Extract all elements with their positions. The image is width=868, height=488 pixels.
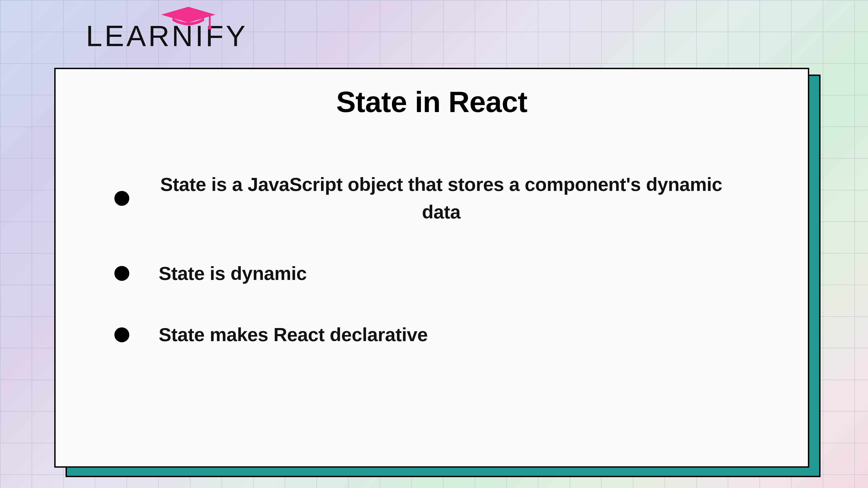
slide-card: State in React State is a JavaScript obj… <box>54 68 809 468</box>
bullet-text: State is a JavaScript object that stores… <box>159 171 724 226</box>
bullet-item: State is a JavaScript object that stores… <box>114 171 781 226</box>
slide-title: State in React <box>83 85 781 119</box>
bullet-dot-icon <box>114 266 129 281</box>
bullet-item: State makes React declarative <box>114 321 781 349</box>
bullet-dot-icon <box>114 191 129 206</box>
bullet-list: State is a JavaScript object that stores… <box>83 171 781 349</box>
graduation-cap-icon <box>159 4 218 29</box>
bullet-text: State is dynamic <box>159 260 307 287</box>
bullet-dot-icon <box>114 327 129 342</box>
brand-logo: LEARNIFY <box>86 4 248 51</box>
bullet-text: State makes React declarative <box>159 321 428 349</box>
svg-marker-0 <box>161 7 215 23</box>
svg-rect-2 <box>208 26 211 29</box>
bullet-item: State is dynamic <box>114 260 781 287</box>
